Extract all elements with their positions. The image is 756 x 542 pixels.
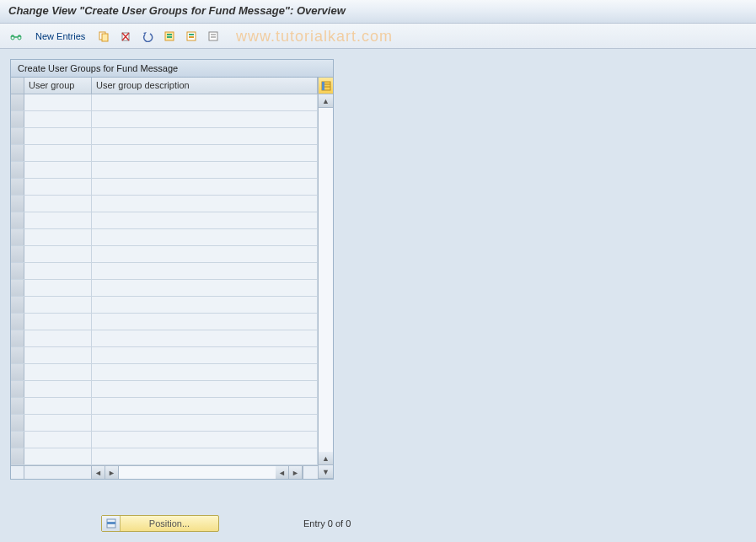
cell-user-group-desc[interactable] [92,246,318,262]
position-icon [102,516,121,531]
select-all-button[interactable] [161,28,178,45]
row-selector[interactable] [11,263,24,279]
row-selector[interactable] [11,314,24,330]
cell-user-group-desc[interactable] [92,297,318,313]
cell-user-group[interactable] [24,314,92,330]
cell-user-group-desc[interactable] [92,179,318,195]
cell-user-group[interactable] [24,398,92,414]
cell-user-group-desc[interactable] [92,128,318,144]
row-selector[interactable] [11,145,24,161]
scroll-right-end-button[interactable]: ► [289,466,303,479]
cell-user-group-desc[interactable] [92,111,318,127]
row-selector[interactable] [11,448,24,464]
cell-user-group[interactable] [24,94,92,110]
title-bar: Change View "Create User Groups for Fund… [0,0,756,24]
row-selector[interactable] [11,94,24,110]
row-selector[interactable] [11,246,24,262]
table-row [11,314,318,330]
h-scroll-track[interactable] [119,466,276,479]
position-button[interactable]: Position... [101,515,219,532]
cell-user-group[interactable] [24,297,92,313]
cell-user-group[interactable] [24,364,92,380]
v-scroll-track[interactable] [319,108,333,452]
select-block-button[interactable] [183,28,200,45]
column-header-user-group-desc[interactable]: User group description [92,78,318,94]
cell-user-group-desc[interactable] [92,381,318,397]
row-selector[interactable] [11,364,24,380]
cell-user-group[interactable] [24,128,92,144]
cell-user-group[interactable] [24,212,92,228]
cell-user-group-desc[interactable] [92,212,318,228]
scroll-left-end-button[interactable]: ◄ [276,466,289,479]
cell-user-group[interactable] [24,229,92,245]
cell-user-group[interactable] [24,330,92,346]
cell-user-group-desc[interactable] [92,263,318,279]
row-selector[interactable] [11,280,24,296]
delete-button[interactable] [117,28,134,45]
table-row [11,415,318,432]
row-selector[interactable] [11,432,24,448]
table-body [11,94,318,465]
cell-user-group[interactable] [24,432,92,448]
cell-user-group-desc[interactable] [92,314,318,330]
row-selector[interactable] [11,179,24,195]
cell-user-group[interactable] [24,196,92,212]
deselect-all-button[interactable] [205,28,222,45]
row-selector[interactable] [11,381,24,397]
cell-user-group-desc[interactable] [92,280,318,296]
cell-user-group-desc[interactable] [92,196,318,212]
table-row [11,330,318,347]
row-selector[interactable] [11,111,24,127]
cell-user-group[interactable] [24,448,92,464]
svg-point-0 [11,36,14,40]
cell-user-group[interactable] [24,111,92,127]
cell-user-group[interactable] [24,179,92,195]
scroll-up-button[interactable]: ▲ [319,94,333,108]
cell-user-group[interactable] [24,263,92,279]
undo-button[interactable] [139,28,156,45]
cell-user-group-desc[interactable] [92,162,318,178]
copy-button[interactable] [95,28,112,45]
row-selector[interactable] [11,347,24,363]
table-row [11,398,318,415]
table-settings-button[interactable] [319,78,333,94]
row-selector[interactable] [11,229,24,245]
cell-user-group-desc[interactable] [92,229,318,245]
row-selector[interactable] [11,212,24,228]
row-selector[interactable] [11,162,24,178]
cell-user-group[interactable] [24,347,92,363]
cell-user-group[interactable] [24,381,92,397]
cell-user-group[interactable] [24,415,92,431]
cell-user-group[interactable] [24,246,92,262]
cell-user-group-desc[interactable] [92,330,318,346]
cell-user-group[interactable] [24,162,92,178]
scroll-down-button[interactable]: ▲ [319,452,333,465]
other-view-button[interactable] [7,28,25,45]
svg-rect-12 [211,34,216,35]
cell-user-group-desc[interactable] [92,432,318,448]
cell-user-group[interactable] [24,280,92,296]
scroll-left-button[interactable]: ◄ [92,466,105,479]
cell-user-group-desc[interactable] [92,94,318,110]
cell-user-group-desc[interactable] [92,448,318,464]
row-selector[interactable] [11,196,24,212]
row-selector-header[interactable] [11,78,24,94]
new-entries-button[interactable]: New Entries [30,29,90,44]
column-header-user-group[interactable]: User group [24,78,92,94]
position-label: Position... [121,518,218,529]
scroll-right-button[interactable]: ► [105,466,119,479]
cell-user-group-desc[interactable] [92,364,318,380]
cell-user-group[interactable] [24,145,92,161]
row-selector[interactable] [11,128,24,144]
row-selector[interactable] [11,415,24,431]
row-selector[interactable] [11,398,24,414]
row-selector[interactable] [11,330,24,346]
h-scroll-col-spacer [24,466,92,479]
cell-user-group-desc[interactable] [92,398,318,414]
table-row [11,196,318,212]
row-selector[interactable] [11,297,24,313]
cell-user-group-desc[interactable] [92,145,318,161]
cell-user-group-desc[interactable] [92,347,318,363]
cell-user-group-desc[interactable] [92,415,318,431]
scroll-down-end-button[interactable]: ▼ [319,465,333,479]
